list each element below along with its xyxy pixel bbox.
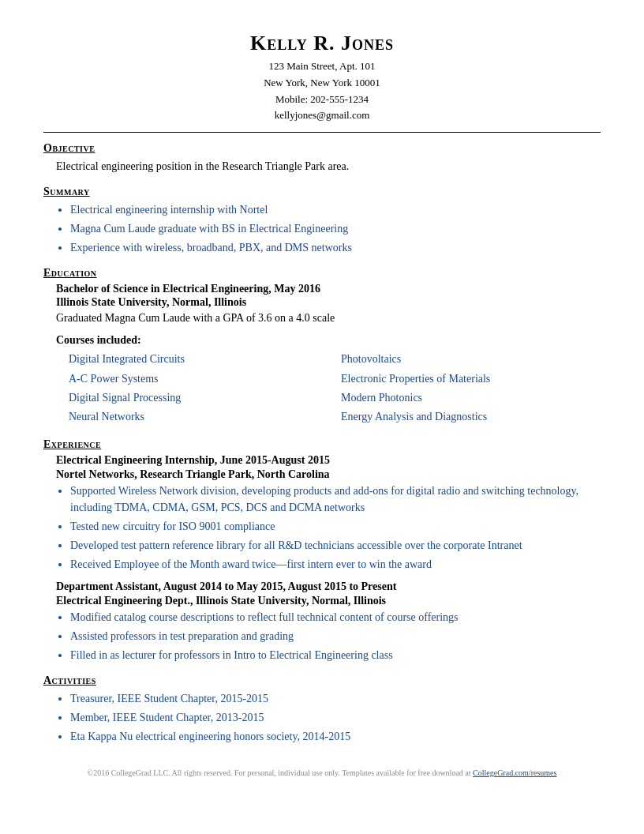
activities-section: Activities Treasurer, IEEE Student Chapt… — [43, 674, 601, 745]
course-item: Modern Photonics — [341, 389, 613, 408]
course-item: Neural Networks — [69, 408, 341, 426]
table-row: Digital Integrated Circuits Photovoltaic… — [69, 350, 613, 369]
summary-body: Electrical engineering internship with N… — [56, 201, 601, 256]
table-row: Digital Signal Processing Modern Photoni… — [69, 389, 613, 408]
list-item: Treasurer, IEEE Student Chapter, 2015-20… — [70, 690, 601, 707]
objective-text: Electrical engineering position in the R… — [56, 158, 601, 175]
candidate-name: Kelly R. Jones — [43, 32, 601, 55]
list-item: Developed test pattern reference library… — [70, 537, 601, 554]
list-item: Received Employee of the Month award twi… — [70, 556, 601, 573]
table-row: A-C Power Systems Electronic Properties … — [69, 370, 613, 389]
list-item: Assisted professors in test preparation … — [70, 628, 601, 644]
degree-title: Bachelor of Science in Electrical Engine… — [56, 283, 601, 295]
job-2-company: Electrical Engineering Dept., Illinois S… — [56, 595, 601, 607]
list-item: Eta Kappa Nu electrical engineering hono… — [70, 728, 601, 745]
course-item: Electronic Properties of Materials — [341, 370, 613, 389]
table-row: Neural Networks Energy Analysis and Diag… — [69, 408, 613, 426]
footer-link[interactable]: CollegeGrad.com/resumes — [473, 768, 556, 777]
header-address: 123 Main Street, Apt. 101 New York, New … — [43, 58, 601, 124]
course-item: A-C Power Systems — [69, 370, 341, 389]
list-item: Modified catalog course descriptions to … — [70, 609, 601, 626]
list-item: Experience with wireless, broadband, PBX… — [70, 239, 601, 256]
list-item: Magna Cum Laude graduate with BS in Elec… — [70, 220, 601, 237]
job-2-title: Department Assistant, August 2014 to May… — [56, 580, 601, 593]
list-item: Member, IEEE Student Chapter, 2013-2015 — [70, 709, 601, 726]
job-1-bullets: Supported Wireless Network division, dev… — [70, 483, 601, 573]
course-item: Photovoltaics — [341, 350, 613, 369]
resume-header: Kelly R. Jones 123 Main Street, Apt. 101… — [43, 32, 601, 124]
experience-section: Experience Electrical Engineering Intern… — [43, 438, 601, 663]
course-item: Digital Integrated Circuits — [69, 350, 341, 369]
objective-title: Objective — [43, 142, 601, 155]
activities-list: Treasurer, IEEE Student Chapter, 2015-20… — [70, 690, 601, 745]
university-name: Illinois State University, Normal, Illin… — [56, 296, 601, 309]
courses-table: Digital Integrated Circuits Photovoltaic… — [69, 350, 613, 427]
list-item: Supported Wireless Network division, dev… — [70, 483, 601, 516]
summary-section: Summary Electrical engineering internshi… — [43, 186, 601, 256]
education-section: Education Bachelor of Science in Electri… — [43, 267, 601, 427]
address-line2: New York, New York 10001 — [43, 75, 601, 92]
page-footer: ©2016 CollegeGrad LLC. All rights reserv… — [43, 768, 601, 777]
summary-list: Electrical engineering internship with N… — [70, 201, 601, 256]
job-1: Electrical Engineering Internship, June … — [56, 454, 601, 573]
mobile: Mobile: 202-555-1234 — [43, 92, 601, 108]
list-item: Filled in as lecturer for professors in … — [70, 647, 601, 663]
footer-text: ©2016 CollegeGrad LLC. All rights reserv… — [88, 768, 471, 777]
activities-title: Activities — [43, 674, 601, 687]
email: kellyjones@gmail.com — [43, 107, 601, 124]
job-2: Department Assistant, August 2014 to May… — [56, 580, 601, 663]
activities-body: Treasurer, IEEE Student Chapter, 2015-20… — [56, 690, 601, 745]
education-title: Education — [43, 267, 601, 280]
address-line1: 123 Main Street, Apt. 101 — [43, 58, 601, 75]
summary-title: Summary — [43, 186, 601, 198]
job-1-company: Nortel Networks, Research Triangle Park,… — [56, 468, 601, 481]
job-2-bullets: Modified catalog course descriptions to … — [70, 609, 601, 663]
courses-label: Courses included: — [56, 334, 601, 347]
experience-title: Experience — [43, 438, 601, 451]
course-item: Digital Signal Processing — [69, 389, 341, 408]
header-divider — [43, 132, 601, 133]
objective-section: Objective Electrical engineering positio… — [43, 142, 601, 175]
gpa-text: Graduated Magna Cum Laude with a GPA of … — [56, 310, 601, 326]
experience-body: Electrical Engineering Internship, June … — [56, 454, 601, 663]
education-body: Bachelor of Science in Electrical Engine… — [56, 283, 601, 427]
list-item: Tested new circuitry for ISO 9001 compli… — [70, 518, 601, 535]
job-1-title: Electrical Engineering Internship, June … — [56, 454, 601, 467]
course-item: Energy Analysis and Diagnostics — [341, 408, 613, 426]
list-item: Electrical engineering internship with N… — [70, 201, 601, 218]
